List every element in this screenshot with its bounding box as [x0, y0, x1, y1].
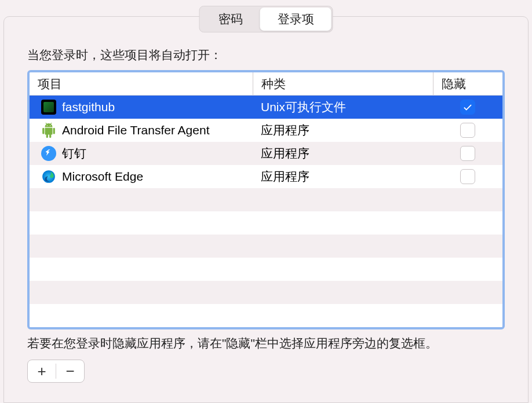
cell-hide: [433, 165, 502, 188]
empty-row: [30, 258, 502, 281]
empty-row: [30, 211, 502, 235]
android-icon: [41, 123, 56, 138]
preferences-pane: 当您登录时，这些项目将自动打开： 项目 种类 隐藏 fastgithubUnix…: [3, 16, 529, 403]
cell-hide: [433, 96, 502, 119]
cell-kind: 应用程序: [253, 142, 433, 165]
cell-kind: Unix可执行文件: [253, 96, 433, 119]
table-header: 项目 种类 隐藏: [30, 72, 502, 96]
cell-kind: 应用程序: [253, 119, 433, 142]
edge-icon: [41, 169, 56, 184]
cell-item: Android File Transfer Agent: [30, 119, 253, 142]
item-name: fastgithub: [62, 100, 115, 114]
cell-kind: 应用程序: [253, 165, 433, 188]
table-row[interactable]: Microsoft Edge应用程序: [30, 165, 502, 188]
item-name: Microsoft Edge: [62, 170, 143, 184]
table-row[interactable]: fastgithubUnix可执行文件: [30, 96, 502, 119]
column-header-hide[interactable]: 隐藏: [433, 72, 502, 95]
remove-button[interactable]: −: [56, 360, 84, 382]
empty-row: [30, 188, 502, 211]
column-header-kind[interactable]: 种类: [253, 72, 433, 95]
table-body: fastgithubUnix可执行文件Android File Transfer…: [30, 96, 502, 327]
hide-checkbox[interactable]: [460, 123, 475, 138]
login-items-table: 项目 种类 隐藏 fastgithubUnix可执行文件Android File…: [27, 70, 505, 329]
cell-hide: [433, 142, 502, 165]
cell-item: 钉钉: [30, 142, 253, 165]
dingtalk-icon: [41, 146, 56, 161]
hint-label: 若要在您登录时隐藏应用程序，请在"隐藏"栏中选择应用程序旁边的复选框。: [27, 335, 505, 351]
add-button[interactable]: +: [28, 360, 56, 382]
tab-password[interactable]: 密码: [201, 8, 260, 31]
table-row[interactable]: 钉钉应用程序: [30, 142, 502, 165]
hide-checkbox[interactable]: [460, 169, 475, 184]
terminal-icon: [41, 100, 56, 115]
item-name: 钉钉: [62, 145, 86, 162]
cell-item: fastgithub: [30, 96, 253, 119]
tab-bar: 密码 登录项: [199, 6, 333, 32]
empty-row: [30, 304, 502, 327]
empty-row: [30, 281, 502, 304]
intro-label: 当您登录时，这些项目将自动打开：: [27, 47, 505, 63]
column-header-item[interactable]: 项目: [30, 72, 253, 95]
table-row[interactable]: Android File Transfer Agent应用程序: [30, 119, 502, 142]
tab-login-items[interactable]: 登录项: [260, 8, 331, 31]
cell-item: Microsoft Edge: [30, 165, 253, 188]
add-remove-toolbar: + −: [27, 360, 85, 383]
item-name: Android File Transfer Agent: [62, 123, 209, 137]
cell-hide: [433, 119, 502, 142]
empty-row: [30, 235, 502, 258]
hide-checkbox[interactable]: [460, 146, 475, 161]
hide-checkbox[interactable]: [460, 100, 475, 115]
